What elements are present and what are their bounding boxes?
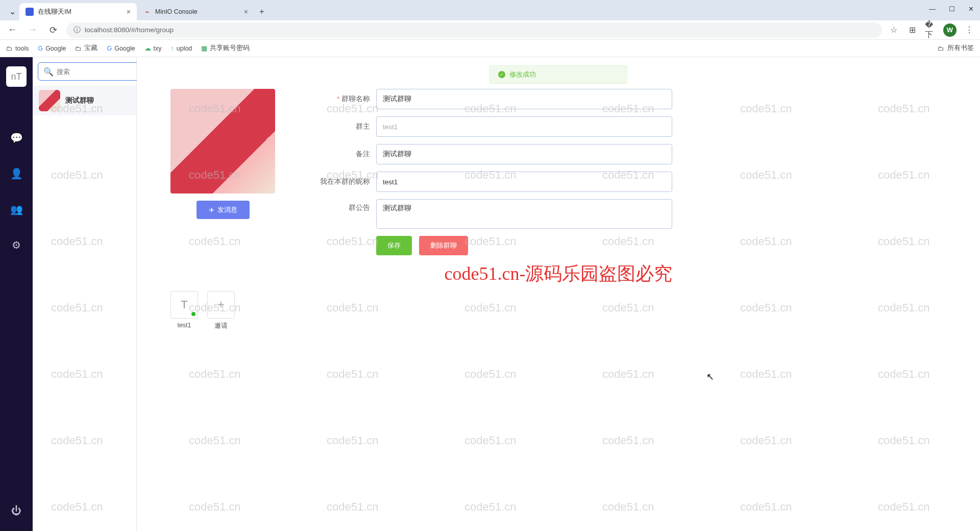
download-icon[interactable]: �下	[925, 25, 936, 36]
url-text: localhost:8080/#/home/group	[85, 26, 174, 34]
info-icon: ⓘ	[74, 26, 81, 35]
chat-icon[interactable]: 💬	[6, 128, 27, 148]
bookmark-google2[interactable]: GGoogle	[107, 45, 135, 52]
favicon-icon	[26, 8, 34, 16]
input-remark[interactable]	[376, 144, 672, 164]
search-icon: 🔍	[43, 67, 54, 77]
bookmark-txy[interactable]: ☁txy	[144, 44, 162, 52]
send-icon: ✈	[209, 206, 214, 214]
save-button[interactable]: 保存	[376, 236, 412, 255]
plus-icon: +	[207, 291, 235, 319]
sheet-icon: ▦	[201, 44, 207, 52]
forward-button[interactable]: →	[26, 23, 40, 37]
watermark-large: code51.cn-源码乐园盗图必究	[445, 261, 673, 286]
site-icon: ↑	[170, 45, 174, 52]
label-owner: 群主	[319, 122, 376, 131]
menu-icon[interactable]: ⋮	[964, 25, 975, 36]
address-bar: ← → ⟳ ⓘ localhost:8080/#/home/group ☆ ⊞ …	[0, 20, 980, 40]
check-icon: ✓	[498, 71, 505, 78]
folder-icon: 🗀	[6, 45, 13, 52]
label-notice: 群公告	[319, 199, 376, 212]
input-nickname[interactable]	[376, 172, 672, 192]
tab-title: MinIO Console	[155, 8, 198, 15]
bookmark-tools[interactable]: 🗀tools	[6, 45, 29, 52]
input-owner	[376, 116, 672, 137]
window-controls: — ☐ ✕	[929, 5, 974, 13]
group-form: 群聊名称 群主 备注 我在本群的昵称 群公告 测试群聊	[319, 89, 707, 255]
close-icon[interactable]: ×	[127, 8, 131, 16]
group-list-item[interactable]: 测试群聊	[33, 86, 136, 115]
group-thumbnail	[39, 90, 60, 111]
folder-icon: 🗀	[75, 45, 82, 52]
tab-minio[interactable]: ⌁ MinIO Console ×	[137, 3, 254, 20]
bookmarks-bar: 🗀tools GGoogle 🗀宝藏 GGoogle ☁txy ↑uplod ▦…	[0, 40, 980, 57]
label-group-name: 群聊名称	[319, 94, 376, 104]
sidebar-nav: nT 💬 👤 👥 ⚙ ⏻	[0, 57, 33, 531]
invite-label: 邀请	[214, 322, 228, 330]
toast-text: 修改成功	[509, 70, 536, 79]
member-avatar: T	[170, 291, 198, 319]
tab-chat-im[interactable]: 在线聊天IM ×	[19, 3, 137, 20]
groups-icon[interactable]: 👥	[6, 199, 27, 220]
input-notice[interactable]: 测试群聊	[376, 199, 672, 229]
url-input[interactable]: ⓘ localhost:8080/#/home/group	[66, 22, 882, 38]
group-name: 测试群聊	[65, 96, 94, 105]
google-icon: G	[107, 45, 112, 52]
tab-title: 在线聊天IM	[38, 8, 71, 16]
invite-button[interactable]: + 邀请	[207, 291, 235, 330]
group-cover-image[interactable]	[170, 89, 275, 194]
back-button[interactable]: ←	[5, 23, 19, 37]
all-bookmarks[interactable]: 🗀所有书签	[938, 44, 974, 53]
site-icon: ☁	[144, 44, 151, 52]
maximize-icon[interactable]: ☐	[949, 5, 955, 13]
new-tab-button[interactable]: +	[254, 3, 270, 20]
minimize-icon[interactable]: —	[929, 5, 936, 13]
label-remark: 备注	[319, 150, 376, 159]
close-icon[interactable]: ×	[244, 8, 248, 16]
delete-button[interactable]: 删除群聊	[419, 236, 468, 255]
bookmark-treasure[interactable]: 🗀宝藏	[75, 44, 97, 53]
browser-tab-bar: ⌄ 在线聊天IM × ⌁ MinIO Console × + — ☐ ✕	[0, 0, 980, 20]
search-input[interactable]: 🔍	[38, 62, 148, 81]
input-group-name[interactable]	[376, 89, 672, 109]
star-icon[interactable]: ☆	[888, 25, 899, 36]
main-panel: ✓ 修改成功 测试群聊(1) ✈ 发消息 群聊名称 群主	[137, 57, 980, 531]
favicon-icon: ⌁	[143, 8, 151, 16]
contacts-icon[interactable]: 👤	[6, 163, 27, 184]
user-avatar[interactable]: nT	[6, 66, 27, 87]
member-list: T test1 + 邀请	[170, 291, 962, 330]
app-root: nT 💬 👤 👥 ⚙ ⏻ 🔍 + 测试群聊 ✓ 修改成功 测试群聊(1)	[0, 57, 980, 531]
profile-avatar[interactable]: W	[943, 23, 957, 37]
power-icon[interactable]: ⏻	[6, 500, 27, 521]
group-list-panel: 🔍 + 测试群聊	[33, 57, 137, 531]
member-item[interactable]: T test1	[170, 291, 198, 330]
send-message-button[interactable]: ✈ 发消息	[197, 201, 250, 219]
member-name: test1	[177, 322, 191, 329]
google-icon: G	[38, 45, 43, 52]
bookmark-shared-pw[interactable]: ▦共享账号密码	[201, 44, 250, 53]
bookmark-uplod[interactable]: ↑uplod	[170, 45, 192, 52]
bookmark-google[interactable]: GGoogle	[38, 45, 66, 52]
search-field[interactable]	[57, 68, 142, 76]
online-dot-icon	[190, 311, 197, 317]
settings-icon[interactable]: ⚙	[6, 235, 27, 255]
success-toast: ✓ 修改成功	[489, 65, 627, 84]
extensions-icon[interactable]: ⊞	[906, 25, 918, 36]
cursor-icon: ↖	[706, 371, 714, 382]
tab-list-dropdown[interactable]: ⌄	[5, 4, 19, 18]
reload-button[interactable]: ⟳	[46, 23, 60, 37]
folder-icon: 🗀	[938, 45, 944, 52]
label-nickname: 我在本群的昵称	[319, 177, 376, 186]
close-window-icon[interactable]: ✕	[968, 5, 974, 13]
